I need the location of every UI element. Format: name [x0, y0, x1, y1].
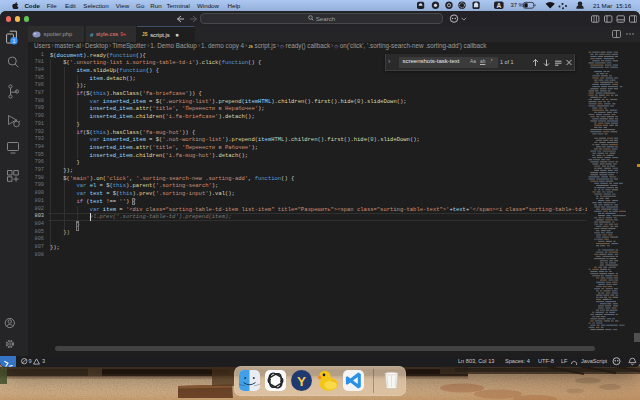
svg-text:37 %: 37 %: [511, 2, 524, 8]
svg-text:21 Mar 15:16: 21 Mar 15:16: [593, 2, 632, 9]
svg-text:A: A: [496, 2, 501, 9]
svg-text:1: 1: [13, 39, 16, 44]
svg-text:Y: Y: [296, 374, 305, 389]
